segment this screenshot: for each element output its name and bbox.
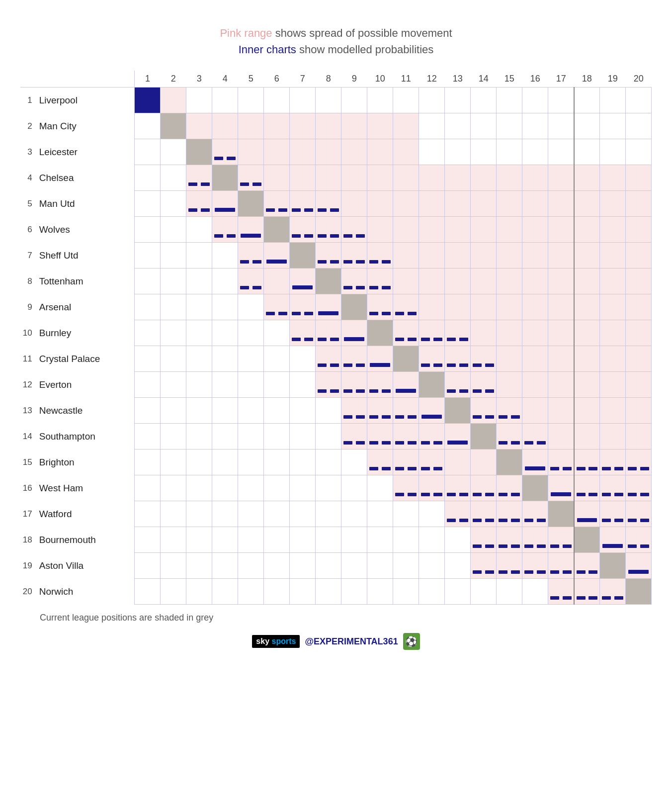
cell-row15-col9 — [341, 450, 367, 475]
dash-bar-left — [318, 208, 327, 212]
cell-row8-col19 — [600, 269, 626, 294]
cell-row3-col9 — [341, 139, 367, 165]
cell-row4-col1 — [135, 165, 161, 191]
team-name-arsenal: Arsenal — [35, 294, 135, 320]
cell-row16-col18 — [574, 475, 600, 501]
cell-row2-col18 — [574, 113, 600, 139]
blue-bar — [241, 234, 261, 238]
cell-row5-col13 — [445, 191, 471, 217]
cell-row17-col2 — [161, 501, 186, 527]
dash-bar-right — [511, 441, 520, 445]
cell-row19-col3 — [186, 553, 212, 579]
cell-row5-col17 — [548, 191, 574, 217]
cell-row14-col9 — [341, 424, 367, 450]
cell-row3-col14 — [471, 139, 497, 165]
cell-row16-col17 — [548, 475, 574, 501]
dash-bar-right — [408, 467, 417, 470]
cell-row12-col1 — [135, 372, 161, 398]
cell-row15-col17 — [548, 450, 574, 475]
cell-row10-col18 — [574, 320, 600, 346]
cell-row13-col19 — [600, 398, 626, 424]
cell-row15-col6 — [264, 450, 290, 475]
cell-row19-col12 — [419, 553, 445, 579]
cell-row18-col18 — [574, 527, 600, 553]
cell-row3-col20 — [626, 139, 652, 165]
cell-row17-col7 — [290, 501, 316, 527]
cell-row16-col3 — [186, 475, 212, 501]
cell-row9-col20 — [626, 294, 652, 320]
dash-bar-left — [550, 544, 559, 548]
cell-row15-col19 — [600, 450, 626, 475]
row-num-5: 5 — [20, 191, 35, 217]
dash-bar-right — [356, 389, 365, 393]
dash-bar-left — [240, 260, 249, 264]
dash-bar-right — [252, 286, 261, 289]
cell-row2-col16 — [522, 113, 548, 139]
dash-bar-right — [408, 338, 417, 341]
cell-row18-col2 — [161, 527, 186, 553]
cell-row13-col4 — [212, 398, 238, 424]
cell-row14-col6 — [264, 424, 290, 450]
cell-row2-col9 — [341, 113, 367, 139]
cell-row5-col10 — [367, 191, 393, 217]
cell-row20-col20 — [626, 579, 652, 605]
dash-bar-left — [421, 441, 430, 445]
cell-row15-col13 — [445, 450, 471, 475]
blue-bar — [266, 260, 287, 264]
col-header-16: 16 — [522, 71, 548, 88]
blue-bar — [602, 544, 623, 548]
cell-row2-col1 — [135, 113, 161, 139]
cell-row5-col8 — [316, 191, 341, 217]
cell-row9-col3 — [186, 294, 212, 320]
cell-row15-col3 — [186, 450, 212, 475]
dash-bar-left — [395, 415, 404, 419]
cell-row16-col11 — [393, 475, 419, 501]
cell-row16-col15 — [497, 475, 522, 501]
cell-row18-col16 — [522, 527, 548, 553]
cell-row17-col9 — [341, 501, 367, 527]
blue-bar — [551, 492, 571, 496]
cell-row9-col15 — [497, 294, 522, 320]
dash-bar-left — [602, 596, 611, 600]
cell-row10-col4 — [212, 320, 238, 346]
cell-row14-col7 — [290, 424, 316, 450]
cell-row9-col16 — [522, 294, 548, 320]
cell-row4-col20 — [626, 165, 652, 191]
cell-row9-col11 — [393, 294, 419, 320]
dash-bar-left — [499, 493, 507, 496]
cell-row17-col16 — [522, 501, 548, 527]
cell-row9-col18 — [574, 294, 600, 320]
cell-row19-col5 — [238, 553, 264, 579]
row-num-10: 10 — [20, 320, 35, 346]
dash-bar-right — [408, 312, 417, 315]
dash-bar-right — [485, 363, 494, 367]
cell-row14-col1 — [135, 424, 161, 450]
dash-bar-right — [227, 157, 236, 160]
dash-bar-right — [330, 389, 339, 393]
cell-row8-col8 — [316, 269, 341, 294]
cell-row1-col8 — [316, 88, 341, 113]
cell-row19-col6 — [264, 553, 290, 579]
cell-row20-col4 — [212, 579, 238, 605]
dash-bar-left — [240, 286, 249, 289]
dash-bar-left — [602, 493, 611, 496]
cell-row17-col17 — [548, 501, 574, 527]
row-num-20: 20 — [20, 579, 35, 605]
row-num-2: 2 — [20, 113, 35, 139]
cell-row6-col3 — [186, 217, 212, 243]
cell-row13-col3 — [186, 398, 212, 424]
dash-bar-left — [550, 596, 559, 600]
cell-row18-col19 — [600, 527, 626, 553]
cell-row17-col14 — [471, 501, 497, 527]
cell-row19-col1 — [135, 553, 161, 579]
dash-bar-right — [511, 415, 520, 419]
cell-row19-col20 — [626, 553, 652, 579]
dash-bar-left — [447, 338, 456, 341]
cell-row18-col7 — [290, 527, 316, 553]
row-num-16: 16 — [20, 475, 35, 501]
cell-row18-col12 — [419, 527, 445, 553]
cell-row18-col9 — [341, 527, 367, 553]
cell-row10-col6 — [264, 320, 290, 346]
cell-row1-col7 — [290, 88, 316, 113]
cell-row8-col7 — [290, 269, 316, 294]
